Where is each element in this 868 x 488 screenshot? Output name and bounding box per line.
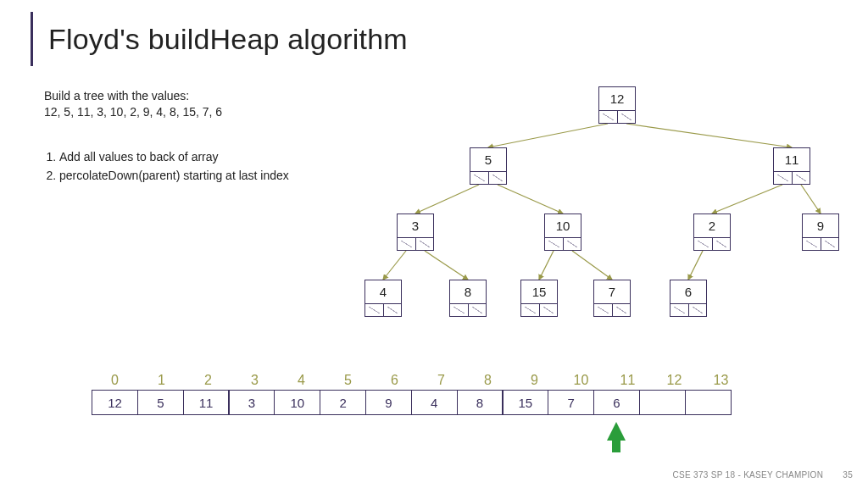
svg-line-8 <box>539 251 554 280</box>
steps-list: Add all values to back of arraypercolate… <box>44 149 289 186</box>
tree-node-value: 15 <box>521 280 557 304</box>
array-cell: 12 <box>92 390 138 415</box>
tree-node-pointers <box>774 172 810 184</box>
tree-node-value: 11 <box>774 148 810 172</box>
array-cell <box>685 390 732 415</box>
tree-node-value: 12 <box>599 87 635 111</box>
tree-node: 12 <box>598 86 636 124</box>
array-index: 0 <box>92 373 138 390</box>
array-cell: 11 <box>183 390 230 415</box>
tree-node-pointers <box>599 111 635 123</box>
tree-node-value: 5 <box>470 148 506 172</box>
svg-line-5 <box>801 185 821 214</box>
tree-node-pointers <box>670 304 706 316</box>
tree-node-pointers <box>694 238 730 250</box>
array-index-row: 012345678910111213 <box>92 373 770 390</box>
tree-node: 6 <box>670 280 707 317</box>
intro-line-2: 12, 5, 11, 3, 10, 2, 9, 4, 8, 15, 7, 6 <box>44 104 222 120</box>
intro-line-1: Build a tree with the values: <box>44 88 222 104</box>
svg-line-4 <box>712 185 782 214</box>
tree-node: 7 <box>593 280 631 317</box>
tree-node-pointers <box>365 304 401 316</box>
footer-page-number: 35 <box>843 470 853 480</box>
svg-line-6 <box>383 251 406 280</box>
tree-node: 10 <box>544 214 581 251</box>
step-item: Add all values to back of array <box>59 149 289 166</box>
array-index: 11 <box>604 373 651 390</box>
array-cell <box>639 390 686 415</box>
array-cell: 9 <box>365 390 412 415</box>
array-index: 3 <box>231 373 278 390</box>
array-index: 13 <box>698 373 744 390</box>
tree-node-value: 7 <box>594 280 630 304</box>
array-representation: 012345678910111213 1251131029481576 <box>92 373 770 415</box>
array-cell: 4 <box>411 390 458 415</box>
tree-node-value: 3 <box>398 214 433 238</box>
tree-node-pointers <box>521 304 557 316</box>
array-index: 12 <box>651 373 698 390</box>
tree-node: 5 <box>470 147 507 185</box>
tree-node-value: 8 <box>450 280 486 304</box>
tree-node-value: 2 <box>694 214 730 238</box>
array-index: 8 <box>465 373 511 390</box>
svg-line-9 <box>572 251 612 280</box>
slide-footer: CSE 373 SP 18 - KASEY CHAMPION 35 <box>673 470 853 480</box>
array-cell: 8 <box>457 390 504 415</box>
array-cell: 3 <box>228 390 275 415</box>
current-index-arrow-stem <box>612 441 620 452</box>
tree-node-value: 6 <box>670 280 706 304</box>
array-cell: 15 <box>502 390 548 415</box>
array-cell: 7 <box>548 390 594 415</box>
tree-node-value: 9 <box>803 214 838 238</box>
array-value-row: 1251131029481576 <box>92 390 770 415</box>
array-cell: 10 <box>274 390 320 415</box>
tree-node-pointers <box>545 238 581 250</box>
intro-text: Build a tree with the values: 12, 5, 11,… <box>44 88 222 120</box>
tree-node-pointers <box>398 238 433 250</box>
svg-line-10 <box>688 251 703 280</box>
step-item: percolateDown(parent) starting at last i… <box>59 168 289 185</box>
tree-node-value: 4 <box>365 280 401 304</box>
array-index: 9 <box>511 373 558 390</box>
tree-node: 2 <box>693 214 731 251</box>
footer-course: CSE 373 SP 18 - KASEY CHAMPION <box>673 470 824 480</box>
tree-node-value: 10 <box>545 214 581 238</box>
tree-node: 4 <box>364 280 402 317</box>
array-cell: 6 <box>593 390 640 415</box>
tree-node: 11 <box>773 147 810 185</box>
array-index: 5 <box>325 373 371 390</box>
svg-line-2 <box>415 185 479 214</box>
tree-node-pointers <box>594 304 630 316</box>
tree-node-pointers <box>450 304 486 316</box>
tree-node-pointers <box>803 238 838 250</box>
array-index: 1 <box>138 373 185 390</box>
slide-title-bar: Floyd's buildHeap algorithm <box>31 12 408 66</box>
tree-node: 15 <box>520 280 558 317</box>
svg-line-3 <box>498 185 563 214</box>
tree-node: 8 <box>449 280 487 317</box>
svg-line-7 <box>425 251 468 280</box>
array-index: 6 <box>371 373 418 390</box>
array-index: 2 <box>185 373 231 390</box>
slide-title: Floyd's buildHeap algorithm <box>48 23 408 56</box>
array-index: 4 <box>278 373 325 390</box>
current-index-arrow-icon <box>607 422 626 441</box>
array-cell: 5 <box>137 390 184 415</box>
tree-node: 9 <box>802 214 839 251</box>
svg-line-1 <box>626 124 792 147</box>
tree-node: 3 <box>397 214 434 251</box>
array-index: 10 <box>558 373 604 390</box>
array-index: 7 <box>418 373 465 390</box>
svg-line-0 <box>488 124 608 147</box>
tree-node-pointers <box>470 172 506 184</box>
array-cell: 2 <box>320 390 366 415</box>
